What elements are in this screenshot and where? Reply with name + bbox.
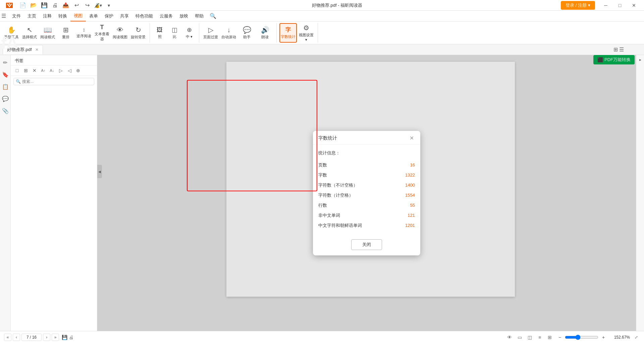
read-view-button[interactable]: 👁 阅读视图 — [111, 23, 129, 43]
print-icon[interactable]: 🖨 — [50, 1, 60, 10]
next-page-button[interactable]: › — [43, 334, 50, 341]
reverse-read-button[interactable]: ↕ 逆序阅读 — [75, 23, 93, 43]
rotate-icon: ↻ — [136, 26, 141, 34]
fit-window-icon[interactable]: ⤢ — [633, 334, 640, 341]
scroll-icon: ↓ — [227, 26, 230, 34]
last-page-button[interactable]: » — [52, 334, 59, 341]
new-icon[interactable]: 📄 — [18, 1, 28, 10]
read-mode-button[interactable]: 📖 阅读模式 — [39, 23, 56, 43]
sidebar-forward-btn[interactable]: ▷ — [57, 67, 64, 74]
sidebar-search: 🔍 — [13, 78, 94, 85]
menu-item-file[interactable]: 文件 — [9, 11, 24, 21]
more-icon[interactable]: ▾ — [104, 1, 113, 10]
status-scroll-icon[interactable]: ≡ — [536, 334, 543, 341]
search-icon[interactable]: 🔍 — [210, 13, 216, 19]
row-value-chars-space: 1554 — [405, 193, 415, 198]
undo-icon[interactable]: ↩ — [72, 1, 81, 10]
search-input[interactable] — [22, 79, 92, 84]
open-icon[interactable]: 📂 — [29, 1, 38, 10]
save-page-icon[interactable]: 💾 — [62, 335, 67, 340]
row-value-non-chinese: 121 — [408, 213, 415, 218]
bookmark-panel-icon[interactable]: 🔖 — [1, 70, 10, 79]
word-count-button[interactable]: 字 字数统计 — [279, 23, 297, 43]
zoom-out-icon[interactable]: − — [556, 334, 564, 341]
prev-page-button[interactable]: ‹ — [13, 334, 20, 341]
zoom-level: 152.67% — [610, 335, 630, 340]
assistant-button[interactable]: 💬 助手 — [238, 23, 256, 43]
dialog-close-button[interactable]: 关闭 — [351, 239, 382, 250]
print-page-icon[interactable]: 🖨 — [69, 335, 73, 340]
sidebar-new-btn[interactable]: □ — [13, 67, 21, 74]
first-page-button[interactable]: « — [4, 334, 11, 341]
toolbar: ✋ 手型工具 ↖ 选择模式 📖 阅读模式 ⊞ 重排 ↕ 逆序阅读 T 文本查看器… — [0, 21, 644, 44]
stamp-icon[interactable]: 🔏▾ — [93, 1, 103, 10]
right-panel-btn-1[interactable]: ▸ — [637, 56, 644, 63]
export-icon[interactable]: 📤 — [61, 1, 70, 10]
menu-item-protect[interactable]: 保护 — [101, 11, 117, 21]
sidebar-header: 书签 — [11, 55, 97, 65]
speaker-icon: 🔊 — [261, 26, 269, 34]
toolbar-group-view: 🖼 照 ◫ 比 ⊕ 中 ▾ — [153, 23, 199, 43]
menu-item-form[interactable]: 表单 — [86, 11, 101, 21]
menu-item-view[interactable]: 视图 — [70, 11, 86, 21]
status-single-page-icon[interactable]: ▭ — [516, 334, 523, 341]
status-two-page-icon[interactable]: ◫ — [526, 334, 533, 341]
compare-button[interactable]: ◫ 比 — [167, 23, 181, 43]
dialog-close-icon[interactable]: ✕ — [408, 135, 415, 142]
auto-scroll-button[interactable]: ↓ 自动滚动 — [220, 23, 237, 43]
page-input[interactable] — [21, 334, 42, 341]
zoom-slider[interactable] — [565, 335, 598, 340]
menu-icon[interactable]: ☰ — [1, 13, 6, 19]
sidebar-more-btn[interactable]: ⊕ — [74, 67, 82, 74]
login-button[interactable]: 登录 / 注册 ▾ — [561, 1, 595, 10]
page-panel-icon[interactable]: 📋 — [1, 82, 10, 91]
sidebar: 书签 □ ⊞ ✕ A↑ A↓ ▷ ◁ ⊕ 🔍 — [11, 55, 97, 331]
center-icon: ⊕ — [187, 26, 192, 34]
word-count-dialog: 字数统计 ✕ 统计信息： 页数 16 字数 1322 字符数（不计空格） 140… — [313, 131, 420, 255]
close-button[interactable]: ✕ — [627, 0, 641, 11]
view-grid-icon[interactable]: ⊞ — [613, 46, 618, 53]
dialog-footer: 关闭 — [313, 236, 420, 255]
menu-item-features[interactable]: 特色功能 — [132, 11, 156, 21]
view-settings-button[interactable]: ⚙ 视图设置 ▾ — [298, 23, 315, 43]
reflow-button[interactable]: ⊞ 重排 — [57, 23, 74, 43]
status-thumbnail-icon[interactable]: ⊞ — [546, 334, 553, 341]
tab-close-button[interactable]: ✕ — [35, 47, 39, 52]
comment-panel-icon[interactable]: 💬 — [1, 94, 10, 103]
menu-item-cloud[interactable]: 云服务 — [156, 11, 176, 21]
toolbar-group-playback: ▷ 页面过渡 ↓ 自动滚动 💬 助手 🔊 朗读 — [202, 23, 277, 43]
photo-button[interactable]: 🖼 照 — [153, 23, 167, 43]
menu-item-comment[interactable]: 注释 — [40, 11, 55, 21]
rotate-bg-button[interactable]: ↻ 旋转背景 — [129, 23, 147, 43]
read-aloud-button[interactable]: 🔊 朗读 — [256, 23, 274, 43]
sidebar-expand-btn[interactable]: ⊞ — [22, 67, 30, 74]
panel-icons: ✏ 🔖 📋 💬 📎 — [0, 55, 11, 331]
view-list-icon[interactable]: ☰ — [619, 46, 624, 53]
row-label-lines: 行数 — [318, 202, 327, 208]
sidebar-delete-btn[interactable]: ✕ — [31, 67, 38, 74]
hand-tool-button[interactable]: ✋ 手型工具 — [3, 23, 20, 43]
sidebar-back-btn[interactable]: ◁ — [66, 67, 73, 74]
select-mode-button[interactable]: ↖ 选择模式 — [21, 23, 38, 43]
annotation-panel-icon[interactable]: ✏ — [1, 58, 10, 67]
svg-point-1 — [9, 3, 10, 5]
minimize-button[interactable]: ─ — [599, 0, 612, 11]
tab-pdf[interactable]: 好物推荐.pdf ✕ — [3, 45, 43, 54]
save-icon[interactable]: 💾 — [40, 1, 49, 10]
sidebar-fontdown-btn[interactable]: A↓ — [48, 67, 56, 74]
eye-icon: 👁 — [117, 26, 123, 34]
zoom-in-icon[interactable]: + — [600, 334, 607, 341]
menu-item-share[interactable]: 共享 — [117, 11, 132, 21]
page-transition-button[interactable]: ▷ 页面过渡 — [202, 23, 219, 43]
maximize-button[interactable]: □ — [613, 0, 627, 11]
text-viewer-button[interactable]: T 文本查看器 — [93, 23, 111, 43]
menu-item-present[interactable]: 放映 — [176, 11, 192, 21]
status-eye-icon[interactable]: 👁 — [506, 334, 513, 341]
menu-item-convert[interactable]: 转换 — [55, 11, 70, 21]
menu-item-help[interactable]: 帮助 — [192, 11, 207, 21]
sidebar-fontup-btn[interactable]: A↑ — [40, 67, 47, 74]
attachment-panel-icon[interactable]: 📎 — [1, 106, 10, 115]
redo-icon[interactable]: ↪ — [83, 1, 92, 10]
menu-item-home[interactable]: 主页 — [24, 11, 40, 21]
center-button[interactable]: ⊕ 中 ▾ — [182, 23, 196, 43]
